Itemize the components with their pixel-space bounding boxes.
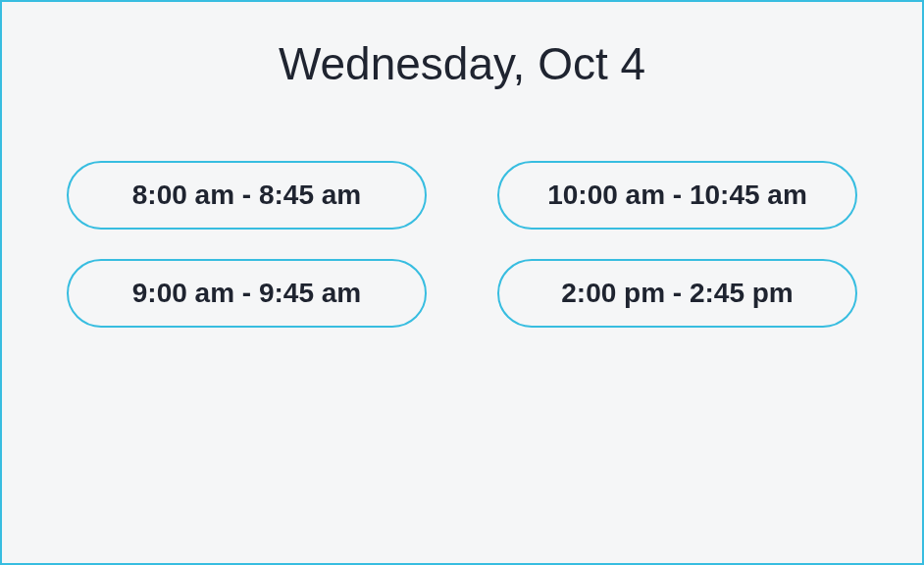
time-slot-label: 10:00 am - 10:45 am <box>547 180 807 211</box>
time-slot-button[interactable]: 9:00 am - 9:45 am <box>67 259 427 328</box>
time-slot-button[interactable]: 10:00 am - 10:45 am <box>497 161 857 230</box>
time-slot-label: 2:00 pm - 2:45 pm <box>561 278 794 309</box>
time-slots-grid: 8:00 am - 8:45 am 10:00 am - 10:45 am 9:… <box>61 161 863 328</box>
time-slot-button[interactable]: 2:00 pm - 2:45 pm <box>497 259 857 328</box>
time-slot-picker: Wednesday, Oct 4 8:00 am - 8:45 am 10:00… <box>0 0 924 565</box>
time-slot-button[interactable]: 8:00 am - 8:45 am <box>67 161 427 230</box>
date-title: Wednesday, Oct 4 <box>61 37 863 90</box>
time-slot-label: 8:00 am - 8:45 am <box>132 180 361 211</box>
time-slot-label: 9:00 am - 9:45 am <box>132 278 361 309</box>
